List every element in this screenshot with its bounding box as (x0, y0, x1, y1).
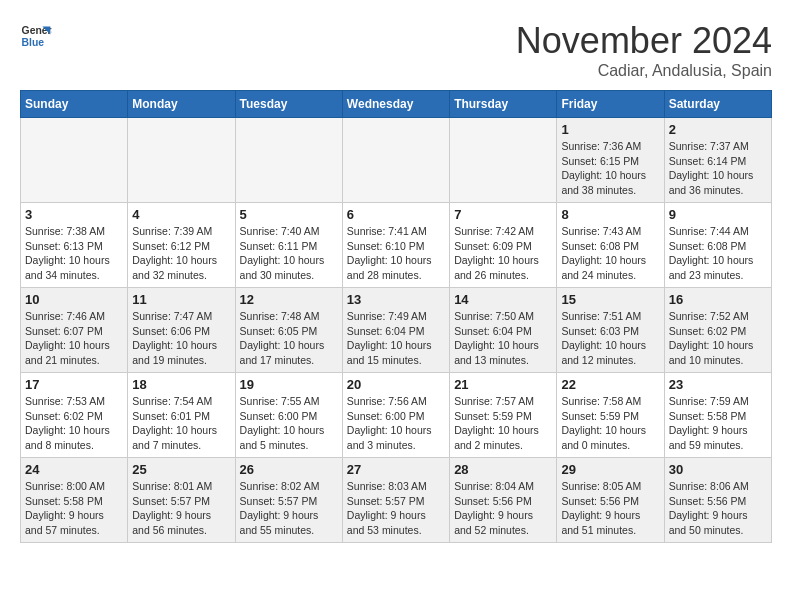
day-info: Sunrise: 7:57 AMSunset: 5:59 PMDaylight:… (454, 394, 552, 453)
day-number: 11 (132, 292, 230, 307)
day-number: 22 (561, 377, 659, 392)
week-row-1: 3Sunrise: 7:38 AMSunset: 6:13 PMDaylight… (21, 203, 772, 288)
header-saturday: Saturday (664, 91, 771, 118)
month-title: November 2024 (516, 20, 772, 62)
day-number: 3 (25, 207, 123, 222)
day-cell: 3Sunrise: 7:38 AMSunset: 6:13 PMDaylight… (21, 203, 128, 288)
day-number: 10 (25, 292, 123, 307)
day-number: 24 (25, 462, 123, 477)
header: General Blue November 2024 Cadiar, Andal… (20, 20, 772, 80)
day-info: Sunrise: 7:50 AMSunset: 6:04 PMDaylight:… (454, 309, 552, 368)
day-number: 7 (454, 207, 552, 222)
day-number: 19 (240, 377, 338, 392)
day-cell: 17Sunrise: 7:53 AMSunset: 6:02 PMDayligh… (21, 373, 128, 458)
day-cell: 9Sunrise: 7:44 AMSunset: 6:08 PMDaylight… (664, 203, 771, 288)
day-cell: 29Sunrise: 8:05 AMSunset: 5:56 PMDayligh… (557, 458, 664, 543)
day-cell: 10Sunrise: 7:46 AMSunset: 6:07 PMDayligh… (21, 288, 128, 373)
day-info: Sunrise: 7:40 AMSunset: 6:11 PMDaylight:… (240, 224, 338, 283)
day-cell (450, 118, 557, 203)
day-info: Sunrise: 7:54 AMSunset: 6:01 PMDaylight:… (132, 394, 230, 453)
day-info: Sunrise: 8:02 AMSunset: 5:57 PMDaylight:… (240, 479, 338, 538)
day-cell (128, 118, 235, 203)
day-number: 9 (669, 207, 767, 222)
day-cell: 13Sunrise: 7:49 AMSunset: 6:04 PMDayligh… (342, 288, 449, 373)
day-number: 28 (454, 462, 552, 477)
day-number: 29 (561, 462, 659, 477)
day-cell: 2Sunrise: 7:37 AMSunset: 6:14 PMDaylight… (664, 118, 771, 203)
day-number: 6 (347, 207, 445, 222)
day-cell: 7Sunrise: 7:42 AMSunset: 6:09 PMDaylight… (450, 203, 557, 288)
day-number: 2 (669, 122, 767, 137)
day-info: Sunrise: 7:36 AMSunset: 6:15 PMDaylight:… (561, 139, 659, 198)
day-info: Sunrise: 7:55 AMSunset: 6:00 PMDaylight:… (240, 394, 338, 453)
day-cell: 1Sunrise: 7:36 AMSunset: 6:15 PMDaylight… (557, 118, 664, 203)
day-info: Sunrise: 8:03 AMSunset: 5:57 PMDaylight:… (347, 479, 445, 538)
day-info: Sunrise: 8:05 AMSunset: 5:56 PMDaylight:… (561, 479, 659, 538)
day-info: Sunrise: 7:51 AMSunset: 6:03 PMDaylight:… (561, 309, 659, 368)
day-number: 20 (347, 377, 445, 392)
day-number: 30 (669, 462, 767, 477)
day-number: 15 (561, 292, 659, 307)
day-number: 23 (669, 377, 767, 392)
day-cell: 8Sunrise: 7:43 AMSunset: 6:08 PMDaylight… (557, 203, 664, 288)
title-area: November 2024 Cadiar, Andalusia, Spain (516, 20, 772, 80)
day-number: 16 (669, 292, 767, 307)
day-headers: Sunday Monday Tuesday Wednesday Thursday… (21, 91, 772, 118)
day-info: Sunrise: 7:38 AMSunset: 6:13 PMDaylight:… (25, 224, 123, 283)
day-number: 25 (132, 462, 230, 477)
day-number: 8 (561, 207, 659, 222)
day-cell (21, 118, 128, 203)
week-row-2: 10Sunrise: 7:46 AMSunset: 6:07 PMDayligh… (21, 288, 772, 373)
day-cell (235, 118, 342, 203)
calendar: Sunday Monday Tuesday Wednesday Thursday… (20, 90, 772, 543)
day-number: 18 (132, 377, 230, 392)
day-info: Sunrise: 7:46 AMSunset: 6:07 PMDaylight:… (25, 309, 123, 368)
day-cell: 4Sunrise: 7:39 AMSunset: 6:12 PMDaylight… (128, 203, 235, 288)
day-cell: 18Sunrise: 7:54 AMSunset: 6:01 PMDayligh… (128, 373, 235, 458)
day-cell: 28Sunrise: 8:04 AMSunset: 5:56 PMDayligh… (450, 458, 557, 543)
header-monday: Monday (128, 91, 235, 118)
day-cell: 5Sunrise: 7:40 AMSunset: 6:11 PMDaylight… (235, 203, 342, 288)
day-cell: 26Sunrise: 8:02 AMSunset: 5:57 PMDayligh… (235, 458, 342, 543)
day-cell: 12Sunrise: 7:48 AMSunset: 6:05 PMDayligh… (235, 288, 342, 373)
day-cell: 23Sunrise: 7:59 AMSunset: 5:58 PMDayligh… (664, 373, 771, 458)
day-number: 12 (240, 292, 338, 307)
day-number: 27 (347, 462, 445, 477)
day-info: Sunrise: 7:49 AMSunset: 6:04 PMDaylight:… (347, 309, 445, 368)
header-tuesday: Tuesday (235, 91, 342, 118)
day-cell: 11Sunrise: 7:47 AMSunset: 6:06 PMDayligh… (128, 288, 235, 373)
day-cell: 15Sunrise: 7:51 AMSunset: 6:03 PMDayligh… (557, 288, 664, 373)
day-cell: 6Sunrise: 7:41 AMSunset: 6:10 PMDaylight… (342, 203, 449, 288)
day-info: Sunrise: 7:39 AMSunset: 6:12 PMDaylight:… (132, 224, 230, 283)
day-info: Sunrise: 7:48 AMSunset: 6:05 PMDaylight:… (240, 309, 338, 368)
day-cell: 14Sunrise: 7:50 AMSunset: 6:04 PMDayligh… (450, 288, 557, 373)
day-info: Sunrise: 8:01 AMSunset: 5:57 PMDaylight:… (132, 479, 230, 538)
day-cell: 19Sunrise: 7:55 AMSunset: 6:00 PMDayligh… (235, 373, 342, 458)
day-cell: 21Sunrise: 7:57 AMSunset: 5:59 PMDayligh… (450, 373, 557, 458)
week-row-0: 1Sunrise: 7:36 AMSunset: 6:15 PMDaylight… (21, 118, 772, 203)
header-wednesday: Wednesday (342, 91, 449, 118)
header-thursday: Thursday (450, 91, 557, 118)
day-info: Sunrise: 7:42 AMSunset: 6:09 PMDaylight:… (454, 224, 552, 283)
day-number: 14 (454, 292, 552, 307)
day-number: 21 (454, 377, 552, 392)
day-info: Sunrise: 8:04 AMSunset: 5:56 PMDaylight:… (454, 479, 552, 538)
day-number: 13 (347, 292, 445, 307)
location-title: Cadiar, Andalusia, Spain (516, 62, 772, 80)
day-info: Sunrise: 7:37 AMSunset: 6:14 PMDaylight:… (669, 139, 767, 198)
day-info: Sunrise: 7:58 AMSunset: 5:59 PMDaylight:… (561, 394, 659, 453)
day-cell: 25Sunrise: 8:01 AMSunset: 5:57 PMDayligh… (128, 458, 235, 543)
day-info: Sunrise: 7:43 AMSunset: 6:08 PMDaylight:… (561, 224, 659, 283)
logo-icon: General Blue (20, 20, 52, 52)
day-cell: 24Sunrise: 8:00 AMSunset: 5:58 PMDayligh… (21, 458, 128, 543)
day-number: 4 (132, 207, 230, 222)
day-info: Sunrise: 7:44 AMSunset: 6:08 PMDaylight:… (669, 224, 767, 283)
day-info: Sunrise: 7:47 AMSunset: 6:06 PMDaylight:… (132, 309, 230, 368)
day-cell: 27Sunrise: 8:03 AMSunset: 5:57 PMDayligh… (342, 458, 449, 543)
day-number: 26 (240, 462, 338, 477)
day-info: Sunrise: 7:41 AMSunset: 6:10 PMDaylight:… (347, 224, 445, 283)
day-cell (342, 118, 449, 203)
day-info: Sunrise: 7:59 AMSunset: 5:58 PMDaylight:… (669, 394, 767, 453)
day-cell: 16Sunrise: 7:52 AMSunset: 6:02 PMDayligh… (664, 288, 771, 373)
header-sunday: Sunday (21, 91, 128, 118)
